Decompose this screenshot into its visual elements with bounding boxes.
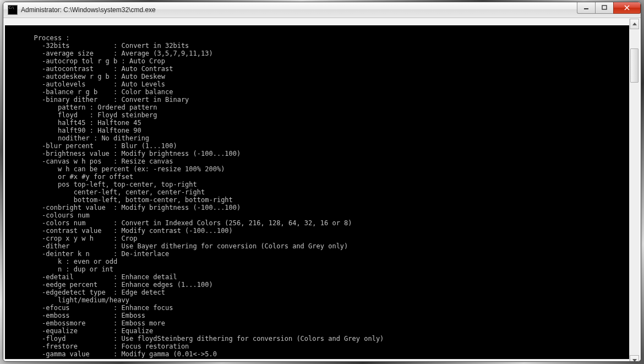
scroll-down-button[interactable] [630, 355, 639, 362]
vertical-scroll-thumb[interactable] [630, 48, 638, 83]
console-viewport: Process : -32bits : Convert in 32bits -a… [5, 19, 639, 362]
maximize-icon [602, 5, 607, 10]
cmd-app-icon [8, 5, 18, 15]
chevron-down-icon [632, 359, 637, 362]
maximize-button[interactable] [595, 2, 614, 14]
scroll-up-button[interactable] [630, 19, 639, 29]
console-output[interactable]: Process : -32bits : Convert in 32bits -a… [5, 25, 629, 359]
command-prompt-window: Administrator: C:\Windows\system32\cmd.e… [3, 2, 641, 362]
minimize-button[interactable] [577, 2, 596, 14]
client-area: Process : -32bits : Convert in 32bits -a… [3, 18, 641, 362]
window-title: Administrator: C:\Windows\system32\cmd.e… [21, 6, 156, 14]
close-icon [624, 5, 630, 10]
vertical-scroll-track[interactable] [630, 29, 639, 355]
vertical-scrollbar[interactable] [629, 19, 639, 362]
window-controls [577, 2, 641, 13]
chevron-up-icon [632, 23, 637, 25]
minimize-icon [583, 5, 589, 10]
svg-rect-1 [602, 6, 607, 9]
title-bar[interactable]: Administrator: C:\Windows\system32\cmd.e… [3, 2, 641, 18]
close-button[interactable] [613, 2, 641, 14]
svg-rect-0 [584, 8, 588, 9]
